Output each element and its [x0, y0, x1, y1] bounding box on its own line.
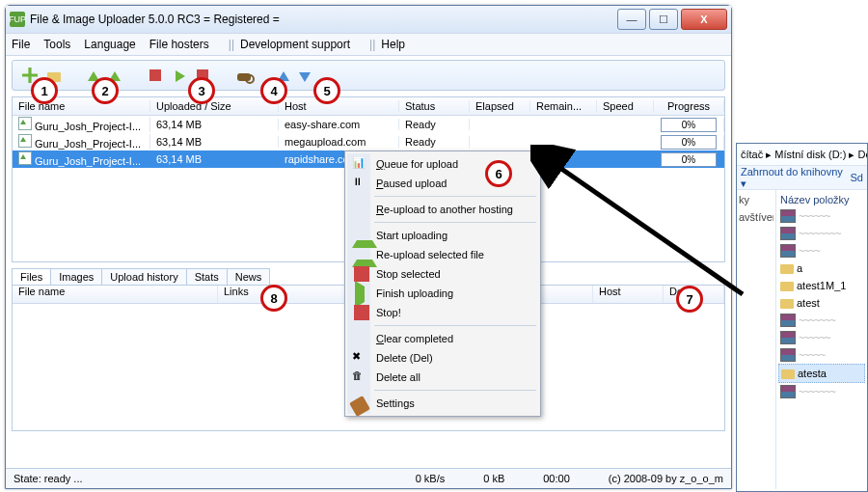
table-row[interactable]: Guru_Josh_Project-I...63,14 MBeasy-share…	[13, 116, 724, 133]
col-host[interactable]: Host	[279, 100, 399, 112]
menubar: File Tools Language File hosters || Deve…	[6, 33, 731, 56]
list-item[interactable]: ~~~~~	[778, 346, 865, 364]
progress-box: 0%	[661, 135, 717, 150]
ctx-settings[interactable]: Settings	[347, 394, 538, 413]
col-filename[interactable]: File name	[13, 100, 150, 112]
breadcrumb[interactable]: čítač ▸ Místní disk (D:) ▸ Do	[737, 144, 867, 166]
progress-box: 0%	[661, 118, 717, 132]
ctx-delete-all[interactable]: 🗑Delete all	[347, 368, 538, 387]
col-speed[interactable]: Speed	[597, 100, 654, 112]
queue-icon: 📊	[352, 156, 367, 172]
annotation-3: 3	[188, 77, 215, 104]
tab-stats[interactable]: Stats	[186, 268, 228, 285]
archive-icon	[780, 331, 796, 344]
table-row[interactable]: Guru_Josh_Project-I...63,14 MBmegaupload…	[13, 133, 724, 150]
nav-item[interactable]	[739, 229, 773, 246]
minimize-button[interactable]: —	[617, 9, 646, 30]
tab-files[interactable]: Files	[12, 268, 51, 285]
col2-filename[interactable]: File name	[13, 286, 218, 303]
col-item-name[interactable]: Název položky	[778, 192, 865, 207]
col-size[interactable]: Uploaded / Size	[150, 100, 279, 112]
list-item[interactable]: ~~~~~~~	[778, 383, 865, 400]
annotation-7: 7	[676, 286, 703, 313]
ctx-clear[interactable]: Clear completed	[347, 329, 538, 348]
titlebar[interactable]: FUP File & Image Uploader 5.0.0 RC3 = Re…	[6, 6, 731, 33]
list-item[interactable]: atesta	[778, 364, 865, 383]
close-button[interactable]: X	[681, 9, 727, 30]
nav-item[interactable]	[739, 246, 773, 263]
ctx-start[interactable]: Start uploading	[347, 226, 538, 245]
crumb-part[interactable]: Do	[857, 149, 867, 160]
explorer-window: čítač ▸ Místní disk (D:) ▸ Do Zahrnout d…	[736, 143, 868, 492]
list-item[interactable]: ~~~~~~	[778, 329, 865, 346]
library-button[interactable]: Zahrnout do knihovny ▾	[741, 166, 851, 190]
list-header: File name Uploaded / Size Host Status El…	[13, 97, 724, 116]
status-done: 0 kB	[483, 473, 504, 484]
menu-language[interactable]: Language	[84, 38, 135, 51]
ctx-stop[interactable]: Stop!	[347, 303, 538, 322]
annotation-1: 1	[31, 77, 58, 104]
ctx-delete[interactable]: ✖Delete (Del)	[347, 348, 538, 368]
explorer-file-list[interactable]: Název položky ~~~~~~~~~~~~~~~~~~aatest1M…	[776, 190, 867, 489]
col-remain[interactable]: Remain...	[530, 100, 597, 112]
crumb-part[interactable]: Místní disk (D:)	[774, 149, 846, 160]
stop-all-icon	[354, 305, 369, 320]
tab-history[interactable]: Upload history	[101, 268, 186, 285]
col2-host[interactable]: Host	[593, 286, 664, 303]
list-item[interactable]: ~~~~~~	[778, 207, 865, 225]
status-time: 00:00	[543, 473, 570, 484]
menu-separator	[374, 390, 536, 391]
ctx-reupload-selected[interactable]: Re-upload selected file	[347, 245, 538, 264]
explorer-nav[interactable]: kyavštíver	[737, 190, 776, 489]
file-icon	[18, 117, 32, 130]
delete-icon: ✖	[352, 350, 367, 366]
folder-icon	[781, 369, 795, 379]
menu-separator	[374, 222, 536, 223]
ctx-finish[interactable]: Finish uploading	[347, 284, 538, 303]
finish-icon[interactable]	[176, 70, 185, 82]
maximize-button[interactable]: ☐	[649, 9, 678, 30]
folder-icon	[780, 299, 794, 309]
menu-devsupport[interactable]: Development support	[240, 38, 350, 51]
stop-selected-icon[interactable]	[149, 69, 161, 81]
menu-help[interactable]: Help	[381, 38, 405, 51]
pause-icon: ⏸	[352, 176, 367, 191]
annotation-4: 4	[260, 77, 287, 104]
folder-icon	[780, 264, 794, 274]
archive-icon	[780, 227, 796, 240]
list-item[interactable]: atest1M_1	[778, 277, 865, 294]
list-item[interactable]: a	[778, 260, 865, 277]
status-state: State: ready ...	[14, 473, 83, 484]
list-item[interactable]: atest	[778, 294, 865, 312]
progress-box: 0%	[661, 152, 717, 167]
nav-item[interactable]: ky	[739, 194, 773, 211]
archive-icon	[780, 314, 796, 327]
archive-icon	[780, 385, 796, 398]
menu-tools[interactable]: Tools	[43, 38, 70, 51]
list-item[interactable]: ~~~~~~~~	[778, 225, 865, 242]
list-item[interactable]: ~~~~	[778, 242, 865, 260]
menu-separator	[374, 196, 536, 197]
share-button[interactable]: Sd	[851, 172, 863, 183]
col-progress[interactable]: Progress	[654, 100, 724, 112]
crumb-part[interactable]: čítač	[741, 149, 763, 160]
file-icon	[18, 134, 32, 148]
move-down-icon[interactable]	[299, 72, 311, 82]
annotation-5: 5	[313, 77, 340, 104]
delete-all-icon: 🗑	[352, 369, 367, 385]
menu-file[interactable]: File	[12, 38, 30, 51]
tab-images[interactable]: Images	[50, 268, 102, 285]
menu-separator	[374, 325, 536, 326]
tab-news[interactable]: News	[227, 268, 271, 285]
nav-item[interactable]: avštíver	[739, 211, 773, 229]
annotation-6: 6	[485, 160, 512, 187]
archive-icon	[780, 209, 796, 223]
col-elapsed[interactable]: Elapsed	[470, 100, 530, 112]
toolbar	[12, 60, 725, 91]
ctx-reupload-another[interactable]: Re-upload to another hosting	[347, 200, 538, 219]
accounts-icon[interactable]	[237, 73, 251, 81]
status-speed: 0 kB/s	[416, 473, 446, 484]
menu-filehosters[interactable]: File hosters	[149, 38, 209, 51]
list-item[interactable]: ~~~~~~~	[778, 312, 865, 329]
col-status[interactable]: Status	[399, 100, 470, 112]
